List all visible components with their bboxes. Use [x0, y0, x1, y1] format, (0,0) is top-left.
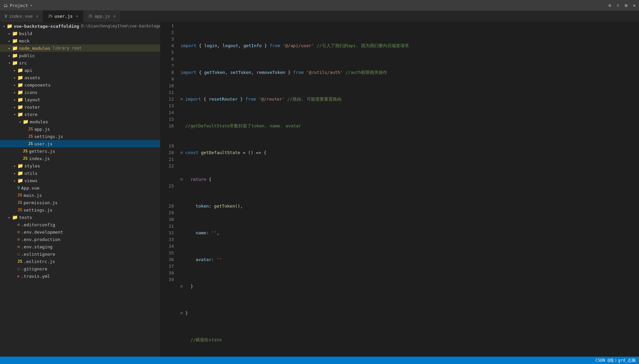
- folder-icon-router: 📁: [17, 104, 23, 110]
- sidebar-item-assets[interactable]: 📁 assets: [0, 74, 160, 81]
- main-layout: 📁 vue-backstage-scaffolding D:\biancheng…: [0, 22, 639, 357]
- sidebar-item-mock[interactable]: 📁 mock: [0, 37, 160, 44]
- components-label: components: [24, 83, 50, 88]
- sidebar-item-getters-js[interactable]: JS getters.js: [0, 147, 160, 155]
- sidebar-item-main-js[interactable]: JS main.js: [0, 192, 160, 199]
- title-bar: 🗂 Project ▾ ⊙ ⚡ ⚙ ✕: [0, 0, 639, 11]
- app-js-label: app.js: [34, 127, 50, 132]
- sidebar-item-api[interactable]: 📁 api: [0, 67, 160, 74]
- sidebar-item-modules[interactable]: 📁 modules: [0, 118, 160, 125]
- tab-index-vue[interactable]: V index.vue ×: [0, 10, 43, 22]
- assets-label: assets: [24, 75, 40, 80]
- sidebar-item-app-js[interactable]: JS app.js: [0, 125, 160, 133]
- arrow-build: [7, 32, 12, 35]
- sidebar-item-gitignore[interactable]: ○ .gitignore: [0, 265, 160, 272]
- arrow-mock: [7, 39, 12, 43]
- sidebar-item-store[interactable]: 📁 store: [0, 111, 160, 118]
- tab-user-js[interactable]: JS user.js ×: [43, 10, 83, 22]
- sidebar-item-editorconfig[interactable]: ⚙ .editorconfig: [0, 221, 160, 228]
- folder-icon-public: 📁: [12, 53, 18, 58]
- eslint-ignore-icon: ○: [17, 252, 20, 256]
- code-content: 1 2 3 4 5 6 7 8 9 10 11 12 13 14 15 16 1…: [161, 22, 639, 357]
- project-icon: 🗂: [3, 3, 8, 8]
- router-label: router: [24, 105, 40, 110]
- views-label: views: [24, 178, 37, 183]
- sidebar-item-eslintignore[interactable]: ○ .eslintignore: [0, 250, 160, 258]
- code-line-7: token: getToken(),: [181, 203, 639, 210]
- arrow-assets: [12, 76, 17, 80]
- tab-close-index-vue[interactable]: ×: [36, 14, 38, 18]
- layout-label: layout: [24, 97, 40, 102]
- project-dropdown[interactable]: ▾: [30, 3, 32, 8]
- tab-close-user-js[interactable]: ×: [76, 14, 78, 18]
- watermark: CSDN @殷丨grd_志脑: [596, 358, 636, 363]
- env-icon: ⚙: [17, 230, 20, 234]
- tab-bar: V index.vue × JS user.js × JS app.js ×: [0, 11, 639, 22]
- settings-icon[interactable]: ⚙: [625, 3, 627, 8]
- line-numbers: 1 2 3 4 5 6 7 8 9 10 11 12 13 14 15 16 1…: [161, 22, 177, 357]
- node-modules-label: node_modules: [19, 46, 50, 51]
- tests-label: tests: [19, 215, 32, 220]
- js-orange-icon2: JS: [17, 200, 22, 205]
- sidebar-item-app-vue[interactable]: V App.vue: [0, 184, 160, 192]
- sidebar-item-styles[interactable]: 📁 styles: [0, 162, 160, 169]
- sidebar-item-layout[interactable]: 📁 layout: [0, 96, 160, 103]
- arrow-modules: [17, 120, 23, 124]
- search-icon[interactable]: ⊙: [608, 3, 611, 8]
- sidebar-item-tests[interactable]: 📁 tests: [0, 214, 160, 221]
- modules-label: modules: [30, 119, 48, 124]
- sidebar-item-env-production[interactable]: ⚙ .env.production: [0, 236, 160, 243]
- folder-icon-assets: 📁: [17, 75, 23, 80]
- sidebar-item-env-development[interactable]: ⚙ .env.development: [0, 228, 160, 236]
- sidebar-item-settings-js[interactable]: JS settings.js: [0, 133, 160, 140]
- tab-label: user.js: [55, 14, 73, 19]
- sidebar-item-views[interactable]: 📁 views: [0, 177, 160, 184]
- permission-js-label: permission.js: [23, 200, 58, 205]
- vue-icon: V: [17, 186, 20, 190]
- folder-icon-styles: 📁: [17, 163, 23, 168]
- sidebar-item-node-modules[interactable]: 📁 node_modules library root: [0, 44, 160, 52]
- settings-js-src-label: settings.js: [23, 208, 52, 213]
- sidebar-item-router[interactable]: 📁 router: [0, 103, 160, 111]
- gitignore-icon: ○: [17, 266, 20, 271]
- sidebar-item-eslintrc-js[interactable]: JS .eslintrc.js: [0, 258, 160, 265]
- vue-file-icon: V: [5, 14, 7, 19]
- sidebar-item-utils[interactable]: 📁 utils: [0, 169, 160, 177]
- sidebar-item-env-staging[interactable]: ⚙ .env.staging: [0, 243, 160, 250]
- folder-icon-store: 📁: [17, 112, 23, 117]
- code-line-11: ⊟}: [181, 310, 639, 317]
- sidebar-item-components[interactable]: 📁 components: [0, 81, 160, 89]
- eslintrc-label: .eslintrc.js: [23, 259, 55, 264]
- mock-label: mock: [19, 38, 29, 43]
- sidebar-item-src[interactable]: 📁 src: [0, 59, 160, 67]
- js-file-icon5: JS: [23, 156, 27, 161]
- code-line-10: ⊟ }: [181, 283, 639, 290]
- js-file-icon: JS: [28, 127, 33, 131]
- env-production-label: .env.production: [21, 237, 60, 242]
- tab-app-js[interactable]: JS app.js ×: [83, 10, 121, 22]
- split-icon[interactable]: ⚡: [617, 3, 619, 8]
- sidebar-item-icons[interactable]: 📁 icons: [0, 89, 160, 96]
- js-file-icon4: JS: [23, 149, 27, 153]
- sidebar-item-travis-yml[interactable]: ▶ .travis.yml: [0, 272, 160, 280]
- tab-label: index.vue: [9, 14, 32, 19]
- sidebar-root[interactable]: 📁 vue-backstage-scaffolding D:\biancheng…: [0, 22, 160, 30]
- code-editor[interactable]: 1 2 3 4 5 6 7 8 9 10 11 12 13 14 15 16 1…: [161, 22, 639, 357]
- tab-close-app-js[interactable]: ×: [113, 14, 116, 18]
- sidebar-item-permission-js[interactable]: JS permission.js: [0, 199, 160, 206]
- arrow-src: [7, 61, 12, 65]
- sidebar-item-settings-js-src[interactable]: JS settings.js: [0, 206, 160, 214]
- folder-icon-api: 📁: [17, 68, 23, 73]
- api-label: api: [24, 68, 32, 73]
- sidebar-item-build[interactable]: 📁 build: [0, 30, 160, 37]
- sidebar-item-public[interactable]: 📁 public: [0, 52, 160, 59]
- arrow-layout: [12, 98, 17, 102]
- sidebar-item-user-js[interactable]: JS user.js: [0, 140, 160, 147]
- close-icon[interactable]: ✕: [633, 3, 636, 8]
- build-label: build: [19, 31, 32, 36]
- sidebar-item-index-js[interactable]: JS index.js: [0, 155, 160, 162]
- project-label[interactable]: 🗂 Project ▾: [3, 3, 32, 8]
- index-js-label: index.js: [29, 156, 50, 161]
- arrow-public: [7, 54, 12, 57]
- gitignore-label: .gitignore: [21, 266, 47, 271]
